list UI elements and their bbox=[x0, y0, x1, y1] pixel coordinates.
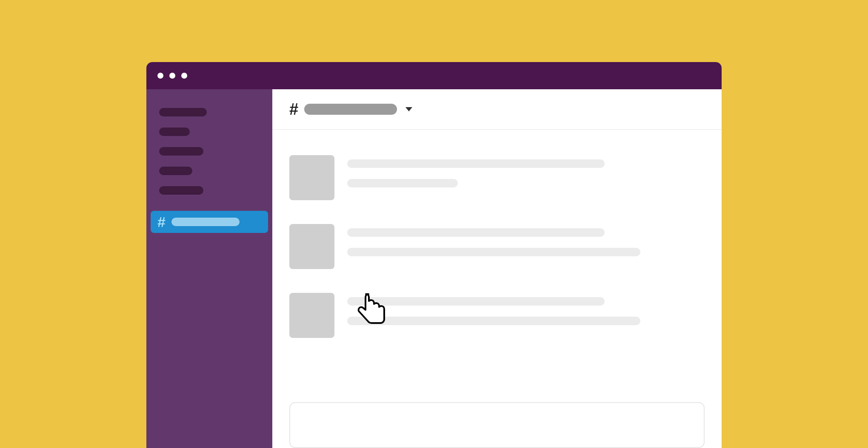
sidebar-item[interactable] bbox=[159, 186, 203, 195]
message-text-line bbox=[347, 159, 605, 168]
message-text-line bbox=[347, 179, 458, 187]
avatar[interactable] bbox=[289, 224, 334, 269]
sidebar-item[interactable] bbox=[159, 128, 190, 136]
window-maximize-dot[interactable] bbox=[181, 73, 187, 79]
sidebar-item[interactable] bbox=[159, 167, 192, 175]
message-body bbox=[347, 293, 705, 338]
message-text-line bbox=[347, 228, 605, 237]
window-minimize-dot[interactable] bbox=[169, 73, 175, 79]
app-window: # # bbox=[146, 62, 722, 448]
channel-header[interactable]: # bbox=[272, 89, 722, 130]
message-row[interactable] bbox=[289, 224, 705, 269]
message-row[interactable] bbox=[289, 155, 705, 200]
message-body bbox=[347, 224, 705, 269]
hash-icon: # bbox=[157, 215, 166, 229]
message-composer[interactable] bbox=[289, 402, 705, 448]
message-row[interactable] bbox=[289, 293, 705, 338]
channel-name bbox=[304, 104, 397, 115]
message-text-line bbox=[347, 317, 640, 325]
sidebar-item[interactable] bbox=[159, 147, 203, 156]
message-body bbox=[347, 155, 705, 200]
sidebar-channel-active[interactable]: # bbox=[151, 211, 268, 233]
sidebar-channel-label bbox=[171, 218, 240, 226]
avatar[interactable] bbox=[289, 155, 334, 200]
message-list bbox=[272, 130, 722, 387]
avatar[interactable] bbox=[289, 293, 334, 338]
message-text-line bbox=[347, 248, 640, 256]
main-panel: # bbox=[272, 89, 722, 448]
sidebar-item[interactable] bbox=[159, 108, 207, 116]
app-body: # # bbox=[146, 89, 722, 448]
window-close-dot[interactable] bbox=[157, 73, 163, 79]
window-titlebar bbox=[146, 62, 722, 89]
message-text-line bbox=[347, 297, 605, 306]
sidebar: # bbox=[146, 89, 272, 448]
chevron-down-icon[interactable] bbox=[405, 107, 412, 111]
hash-icon: # bbox=[289, 100, 298, 119]
